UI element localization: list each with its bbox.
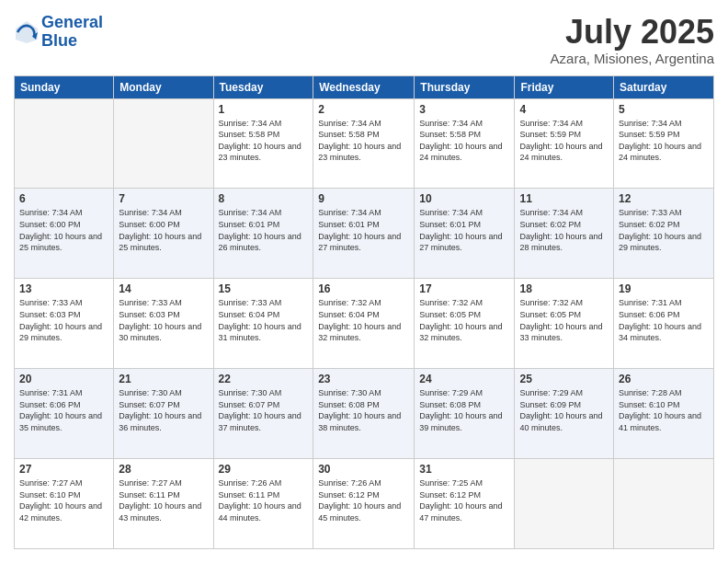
day-number: 30 <box>318 463 409 476</box>
calendar-day-cell: 8Sunrise: 7:34 AM Sunset: 6:01 PM Daylig… <box>213 189 313 279</box>
calendar-week-row: 1Sunrise: 7:34 AM Sunset: 5:58 PM Daylig… <box>15 98 714 189</box>
day-number: 26 <box>619 373 709 385</box>
day-info: Sunrise: 7:33 AM Sunset: 6:02 PM Dayligh… <box>619 207 709 253</box>
subtitle: Azara, Misiones, Argentina <box>551 51 714 66</box>
calendar-day-cell: 11Sunrise: 7:34 AM Sunset: 6:02 PM Dayli… <box>515 189 614 279</box>
day-info: Sunrise: 7:32 AM Sunset: 6:04 PM Dayligh… <box>318 297 409 343</box>
day-info: Sunrise: 7:31 AM Sunset: 6:06 PM Dayligh… <box>19 387 108 433</box>
day-info: Sunrise: 7:26 AM Sunset: 6:12 PM Dayligh… <box>318 477 409 523</box>
calendar-day-cell: 18Sunrise: 7:32 AM Sunset: 6:05 PM Dayli… <box>515 279 614 369</box>
calendar-day-cell: 16Sunrise: 7:32 AM Sunset: 6:04 PM Dayli… <box>313 279 415 369</box>
day-info: Sunrise: 7:26 AM Sunset: 6:11 PM Dayligh… <box>219 477 309 523</box>
calendar-day-cell <box>515 459 614 549</box>
day-info: Sunrise: 7:31 AM Sunset: 6:06 PM Dayligh… <box>619 297 709 343</box>
day-info: Sunrise: 7:30 AM Sunset: 6:07 PM Dayligh… <box>119 387 208 433</box>
day-number: 9 <box>318 192 409 205</box>
calendar-day-cell <box>15 98 114 189</box>
calendar-day-cell: 31Sunrise: 7:25 AM Sunset: 6:12 PM Dayli… <box>415 459 515 549</box>
calendar-day-cell: 3Sunrise: 7:34 AM Sunset: 5:58 PM Daylig… <box>415 98 515 189</box>
calendar-week-row: 27Sunrise: 7:27 AM Sunset: 6:10 PM Dayli… <box>15 459 714 549</box>
calendar-week-row: 6Sunrise: 7:34 AM Sunset: 6:00 PM Daylig… <box>15 189 714 279</box>
calendar-day-cell: 9Sunrise: 7:34 AM Sunset: 6:01 PM Daylig… <box>313 189 415 279</box>
day-number: 27 <box>19 463 108 476</box>
calendar-day-cell: 1Sunrise: 7:34 AM Sunset: 5:58 PM Daylig… <box>213 98 313 189</box>
calendar-day-cell: 17Sunrise: 7:32 AM Sunset: 6:05 PM Dayli… <box>415 279 515 369</box>
calendar-week-row: 13Sunrise: 7:33 AM Sunset: 6:03 PM Dayli… <box>15 279 714 369</box>
day-info: Sunrise: 7:27 AM Sunset: 6:11 PM Dayligh… <box>119 477 208 523</box>
day-number: 21 <box>119 373 208 385</box>
day-number: 5 <box>619 103 709 116</box>
day-number: 3 <box>419 103 509 116</box>
day-number: 4 <box>519 103 609 116</box>
calendar-day-cell: 21Sunrise: 7:30 AM Sunset: 6:07 PM Dayli… <box>114 369 213 459</box>
day-info: Sunrise: 7:34 AM Sunset: 6:00 PM Dayligh… <box>119 207 208 253</box>
calendar-day-cell: 28Sunrise: 7:27 AM Sunset: 6:11 PM Dayli… <box>114 459 213 549</box>
logo: General Blue <box>14 14 103 51</box>
calendar-day-cell: 23Sunrise: 7:30 AM Sunset: 6:08 PM Dayli… <box>313 369 415 459</box>
calendar-day-cell: 7Sunrise: 7:34 AM Sunset: 6:00 PM Daylig… <box>114 189 213 279</box>
day-number: 24 <box>419 373 509 385</box>
day-number: 17 <box>419 282 509 295</box>
day-number: 20 <box>19 373 108 385</box>
day-number: 19 <box>619 282 709 295</box>
day-info: Sunrise: 7:34 AM Sunset: 5:59 PM Dayligh… <box>619 118 709 164</box>
day-info: Sunrise: 7:34 AM Sunset: 6:00 PM Dayligh… <box>19 207 108 253</box>
calendar-day-cell: 20Sunrise: 7:31 AM Sunset: 6:06 PM Dayli… <box>15 369 114 459</box>
calendar-day-header: Thursday <box>415 75 515 98</box>
calendar-day-header: Sunday <box>15 75 114 98</box>
day-number: 22 <box>219 373 309 385</box>
day-number: 28 <box>119 463 208 476</box>
day-info: Sunrise: 7:34 AM Sunset: 6:01 PM Dayligh… <box>419 207 509 253</box>
day-number: 14 <box>119 282 208 295</box>
day-number: 6 <box>19 192 108 205</box>
day-info: Sunrise: 7:33 AM Sunset: 6:03 PM Dayligh… <box>19 297 108 343</box>
day-info: Sunrise: 7:34 AM Sunset: 6:02 PM Dayligh… <box>519 207 609 253</box>
logo-line1: General <box>41 13 103 31</box>
day-info: Sunrise: 7:34 AM Sunset: 6:01 PM Dayligh… <box>318 207 409 253</box>
day-info: Sunrise: 7:34 AM Sunset: 5:59 PM Dayligh… <box>519 118 609 164</box>
day-number: 31 <box>419 463 509 476</box>
calendar-day-cell: 22Sunrise: 7:30 AM Sunset: 6:07 PM Dayli… <box>213 369 313 459</box>
calendar-day-header: Wednesday <box>313 75 415 98</box>
calendar-day-cell: 15Sunrise: 7:33 AM Sunset: 6:04 PM Dayli… <box>213 279 313 369</box>
day-number: 10 <box>419 192 509 205</box>
calendar-day-header: Saturday <box>614 75 714 98</box>
day-number: 15 <box>219 282 309 295</box>
calendar-day-cell: 10Sunrise: 7:34 AM Sunset: 6:01 PM Dayli… <box>415 189 515 279</box>
calendar-day-cell: 24Sunrise: 7:29 AM Sunset: 6:08 PM Dayli… <box>415 369 515 459</box>
day-info: Sunrise: 7:32 AM Sunset: 6:05 PM Dayligh… <box>419 297 509 343</box>
title-block: July 2025 Azara, Misiones, Argentina <box>551 14 714 66</box>
day-number: 23 <box>318 373 409 385</box>
day-info: Sunrise: 7:29 AM Sunset: 6:09 PM Dayligh… <box>519 387 609 433</box>
day-number: 25 <box>519 373 609 385</box>
day-info: Sunrise: 7:28 AM Sunset: 6:10 PM Dayligh… <box>619 387 709 433</box>
day-info: Sunrise: 7:32 AM Sunset: 6:05 PM Dayligh… <box>519 297 609 343</box>
day-number: 16 <box>318 282 409 295</box>
day-info: Sunrise: 7:33 AM Sunset: 6:03 PM Dayligh… <box>119 297 208 343</box>
header: General Blue July 2025 Azara, Misiones, … <box>14 14 714 66</box>
calendar-day-cell: 26Sunrise: 7:28 AM Sunset: 6:10 PM Dayli… <box>614 369 714 459</box>
day-number: 29 <box>219 463 309 476</box>
calendar-day-cell: 6Sunrise: 7:34 AM Sunset: 6:00 PM Daylig… <box>15 189 114 279</box>
logo-text: General Blue <box>41 14 103 51</box>
day-info: Sunrise: 7:34 AM Sunset: 5:58 PM Dayligh… <box>419 118 509 164</box>
day-info: Sunrise: 7:30 AM Sunset: 6:08 PM Dayligh… <box>318 387 409 433</box>
calendar-table: SundayMondayTuesdayWednesdayThursdayFrid… <box>14 75 714 549</box>
day-info: Sunrise: 7:34 AM Sunset: 6:01 PM Dayligh… <box>219 207 309 253</box>
calendar-day-header: Friday <box>515 75 614 98</box>
calendar-day-header: Monday <box>114 75 213 98</box>
day-info: Sunrise: 7:33 AM Sunset: 6:04 PM Dayligh… <box>219 297 309 343</box>
day-info: Sunrise: 7:34 AM Sunset: 5:58 PM Dayligh… <box>219 118 309 164</box>
calendar-day-cell: 4Sunrise: 7:34 AM Sunset: 5:59 PM Daylig… <box>515 98 614 189</box>
day-info: Sunrise: 7:27 AM Sunset: 6:10 PM Dayligh… <box>19 477 108 523</box>
day-info: Sunrise: 7:30 AM Sunset: 6:07 PM Dayligh… <box>219 387 309 433</box>
calendar-week-row: 20Sunrise: 7:31 AM Sunset: 6:06 PM Dayli… <box>15 369 714 459</box>
day-number: 13 <box>19 282 108 295</box>
calendar-day-cell: 2Sunrise: 7:34 AM Sunset: 5:58 PM Daylig… <box>313 98 415 189</box>
calendar-day-cell: 19Sunrise: 7:31 AM Sunset: 6:06 PM Dayli… <box>614 279 714 369</box>
calendar-day-cell: 14Sunrise: 7:33 AM Sunset: 6:03 PM Dayli… <box>114 279 213 369</box>
logo-line2: Blue <box>41 31 77 50</box>
day-number: 7 <box>119 192 208 205</box>
day-number: 12 <box>619 192 709 205</box>
calendar-day-cell <box>114 98 213 189</box>
